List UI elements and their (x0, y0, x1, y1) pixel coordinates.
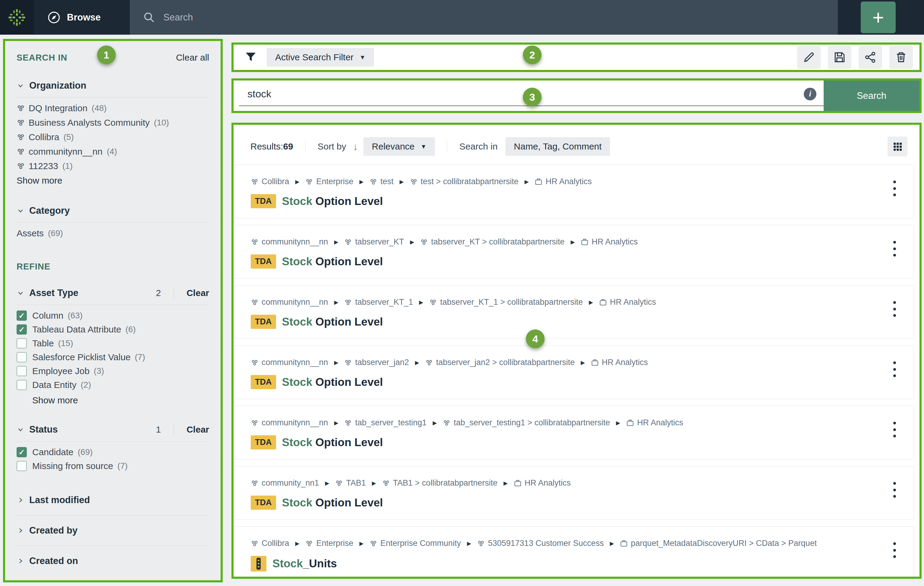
breadcrumb-item[interactable]: tabserver_jan2 > collibratabpartnersite (425, 358, 575, 367)
asset-type-clear-button[interactable]: Clear (186, 288, 209, 298)
asset-type-badge-tda[interactable]: TDA (251, 375, 276, 389)
asset-type-checkbox[interactable] (16, 366, 27, 376)
active-search-filter-dropdown[interactable]: Active Search Filter ▼ (267, 48, 374, 67)
breadcrumb-item[interactable]: HR Analytics (535, 177, 592, 186)
asset-type-badge-tda[interactable]: TDA (251, 194, 276, 208)
asset-type-option-label[interactable]: Data Entity (32, 380, 76, 390)
breadcrumb-item[interactable]: 5305917313 Customer Success (477, 539, 604, 548)
breadcrumb-item[interactable]: communitynn__nn (251, 297, 328, 307)
asset-type-badge-tda[interactable]: TDA (251, 315, 276, 329)
breadcrumb-item[interactable]: tab_server_testing1 (344, 418, 426, 428)
category-item[interactable]: Assets(69) (16, 226, 209, 241)
row-actions-kebab[interactable] (888, 420, 901, 439)
asset-type-option-label[interactable]: Column (32, 310, 63, 321)
asset-type-badge-tda[interactable]: TDA (251, 435, 276, 449)
breadcrumb-item[interactable]: Enterprise Community (370, 539, 461, 548)
row-actions-kebab[interactable] (888, 540, 901, 560)
asset-type-checkbox[interactable] (16, 338, 27, 348)
breadcrumb-item[interactable]: test (370, 177, 394, 186)
nav-browse[interactable]: Browse (34, 0, 130, 35)
info-icon[interactable]: i (804, 88, 817, 101)
delete-filter-button[interactable] (889, 46, 913, 69)
breadcrumb-item[interactable]: tab_server_testing1 > collibratabpartner… (443, 418, 610, 428)
clear-all-button[interactable]: Clear all (176, 53, 209, 63)
breadcrumb-item[interactable]: tabserver_KT_1 > collibratabpartnersite (429, 297, 583, 307)
row-actions-kebab[interactable] (888, 360, 901, 379)
sort-value-dropdown[interactable]: Relevance ▼ (363, 137, 435, 156)
breadcrumb-item[interactable]: Enterprise (305, 177, 353, 186)
breadcrumb-item[interactable]: TAB1 (335, 479, 366, 488)
facet-section-last-modified[interactable]: Last modified (16, 495, 209, 505)
breadcrumb-item[interactable]: tabserver_KT > collibratabpartnersite (420, 237, 564, 247)
sort-direction-icon[interactable]: ↓ (353, 141, 358, 152)
status-checkbox[interactable] (16, 447, 27, 457)
breadcrumb-item[interactable]: parquet_MetadataDiscoveryURI > CData > P… (620, 539, 817, 548)
breadcrumb-item[interactable]: communitynn__nn (251, 418, 328, 428)
facet-section-created-by[interactable]: Created by (16, 525, 209, 536)
facet-organization-header[interactable]: Organization (16, 80, 209, 91)
facet-asset-type-header[interactable]: Asset Type 2 Clear (16, 287, 209, 299)
breadcrumb-item[interactable]: HR Analytics (626, 418, 683, 428)
asset-type-option-label[interactable]: Employee Job (32, 366, 89, 376)
breadcrumb-item[interactable]: communitynn__nn (251, 237, 328, 247)
result-title-link[interactable]: Stock Option Level (282, 255, 383, 268)
facet-category-header[interactable]: Category (16, 205, 209, 216)
result-title-link[interactable]: Stock_Units (272, 557, 337, 570)
search-submit-button[interactable]: Search (823, 81, 919, 111)
asset-type-checkbox[interactable] (16, 352, 27, 362)
grid-view-button[interactable] (888, 137, 908, 157)
organization-item[interactable]: DQ Integration(48) (16, 101, 209, 116)
organization-item[interactable]: Business Analysts Community(10) (16, 116, 209, 130)
breadcrumb-item[interactable]: Enterprise (305, 539, 353, 548)
breadcrumb-item[interactable]: tabserver_KT_1 (344, 297, 413, 307)
result-title-link[interactable]: Stock Option Level (282, 315, 383, 328)
asset-type-badge-column[interactable] (251, 556, 266, 571)
status-option-label[interactable]: Missing from source (32, 461, 113, 471)
edit-filter-button[interactable] (797, 46, 821, 69)
asset-type-badge-tda[interactable]: TDA (251, 254, 276, 269)
breadcrumb-item[interactable]: tabserver_KT (344, 237, 404, 247)
save-filter-button[interactable] (828, 46, 851, 69)
breadcrumb-item[interactable]: test > collibratabpartnersite (410, 177, 519, 186)
organization-item[interactable]: Collibra(5) (16, 130, 209, 144)
row-actions-kebab[interactable] (888, 239, 901, 258)
breadcrumb-item[interactable]: tabserver_jan2 (344, 358, 409, 367)
search-query-input[interactable] (248, 88, 804, 100)
breadcrumb-item[interactable]: Collibra (251, 177, 289, 186)
asset-type-show-more[interactable]: Show more (32, 393, 209, 408)
collibra-logo[interactable] (0, 0, 34, 35)
row-actions-kebab[interactable] (888, 299, 901, 319)
row-actions-kebab[interactable] (888, 480, 901, 500)
breadcrumb-item[interactable]: TAB1 > collibratabpartnersite (382, 479, 498, 488)
add-button[interactable]: + (861, 2, 896, 33)
organization-item[interactable]: 112233(1) (16, 159, 209, 173)
facet-section-created-on[interactable]: Created on (16, 556, 209, 566)
status-clear-button[interactable]: Clear (186, 424, 209, 435)
asset-type-option-label[interactable]: Table (32, 338, 54, 348)
share-filter-button[interactable] (859, 46, 882, 69)
asset-type-badge-tda[interactable]: TDA (251, 495, 276, 510)
status-option-label[interactable]: Candidate (32, 447, 74, 457)
asset-type-option-label[interactable]: Tableau Data Attribute (32, 324, 121, 335)
asset-type-checkbox[interactable] (16, 310, 27, 321)
breadcrumb-item[interactable]: HR Analytics (599, 297, 656, 307)
breadcrumb-item[interactable]: HR Analytics (581, 237, 638, 247)
asset-type-checkbox[interactable] (16, 380, 27, 390)
organization-show-more[interactable]: Show more (16, 173, 209, 188)
breadcrumb-item[interactable]: HR Analytics (591, 358, 648, 367)
status-checkbox[interactable] (16, 461, 27, 471)
breadcrumb-item[interactable]: communitynn__nn (251, 358, 328, 367)
result-title-link[interactable]: Stock Option Level (282, 436, 383, 449)
result-title-link[interactable]: Stock Option Level (282, 376, 383, 389)
asset-type-option-label[interactable]: Salesforce Picklist Value (32, 352, 130, 362)
global-search-field[interactable]: Search (130, 0, 838, 35)
row-actions-kebab[interactable] (888, 179, 901, 198)
breadcrumb-item[interactable]: Collibra (251, 539, 289, 548)
breadcrumb-item[interactable]: HR Analytics (514, 479, 571, 488)
facet-status-header[interactable]: Status 1 Clear (16, 424, 209, 435)
breadcrumb-item[interactable]: community_nn1 (251, 479, 319, 488)
search-fields-chip[interactable]: Name, Tag, Comment (505, 137, 610, 156)
result-title-link[interactable]: Stock Option Level (282, 497, 383, 509)
result-title-link[interactable]: Stock Option Level (282, 195, 383, 208)
organization-item[interactable]: communitynn__nn(4) (16, 144, 209, 159)
